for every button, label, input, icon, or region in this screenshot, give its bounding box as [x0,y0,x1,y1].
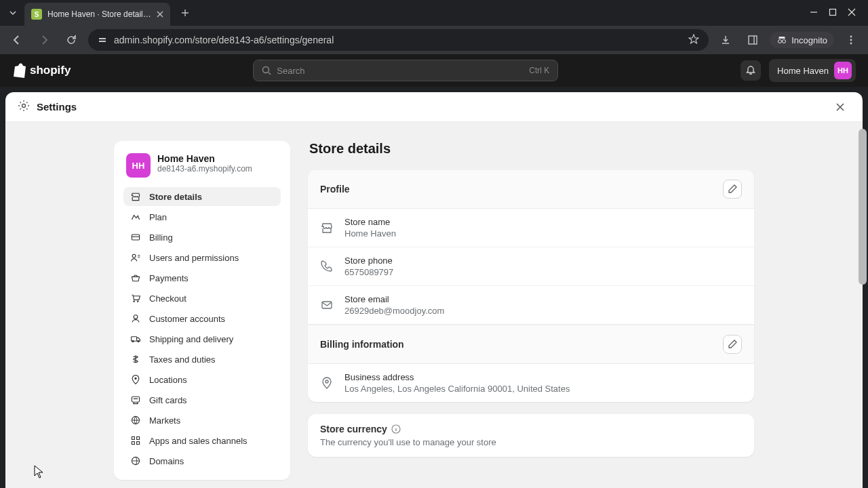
brand-text: shopify [30,64,71,77]
sidebar-item-label: Apps and sales channels [149,436,248,446]
sidebar-item-label: Users and permissions [149,253,239,263]
close-window-icon[interactable] [848,7,856,19]
nav-icon [130,232,141,243]
store-header: HH Home Haven de8143-a6.myshopify.com [123,150,281,187]
sidebar-item-markets[interactable]: Markets [123,411,281,430]
store-email-value: 26929deb@moodjoy.com [344,306,444,316]
edit-billing-button[interactable] [723,335,742,354]
download-icon[interactable] [715,30,736,50]
nav-icon [130,455,141,466]
svg-point-19 [134,378,136,380]
sidebar-item-customer-accounts[interactable]: Customer accounts [123,309,281,328]
minimize-icon[interactable] [810,7,818,19]
notifications-button[interactable] [741,60,761,81]
nav-icon [130,354,141,365]
window-controls [810,7,864,19]
tab-bar: S Home Haven · Store details · Sh [0,0,868,26]
store-avatar: HH [126,153,151,178]
address-value: Los Angeles, Los Angeles California 9000… [344,384,570,394]
sidebar-item-checkout[interactable]: Checkout [123,289,281,308]
settings-close-button[interactable] [830,97,850,117]
scrollbar-thumb[interactable] [859,129,867,285]
forward-button[interactable] [34,30,54,50]
profile-heading: Profile [320,184,350,195]
edit-profile-button[interactable] [723,180,742,199]
svg-rect-3 [749,36,757,44]
sidebar-item-label: Gift cards [149,395,187,405]
search-shortcut: Ctrl K [529,66,549,75]
settings-body: HH Home Haven de8143-a6.myshopify.com St… [5,122,863,488]
tab-title: Home Haven · Store details · Sh [47,9,151,19]
sidebar-item-plan[interactable]: Plan [123,207,281,226]
store-email-label: Store email [344,294,444,304]
svg-rect-22 [132,436,134,439]
sidebar-item-billing[interactable]: Billing [123,228,281,247]
nav-icon [130,313,141,324]
store-icon [320,221,334,235]
svg-rect-12 [132,235,139,240]
incognito-icon [776,35,787,45]
incognito-badge[interactable]: Incognito [770,32,834,48]
back-button[interactable] [7,30,27,50]
svg-rect-25 [137,442,140,445]
star-icon[interactable] [688,34,699,47]
svg-point-5 [778,40,782,43]
settings-nav: Store detailsPlanBillingUsers and permis… [123,187,281,470]
svg-point-9 [850,43,852,45]
sidepanel-icon[interactable] [743,30,763,50]
store-name-value: Home Haven [344,228,396,239]
store-name-row: Store name Home Haven [308,209,754,247]
sidebar-item-domains[interactable]: Domains [123,451,281,470]
close-icon [835,102,845,112]
svg-point-8 [850,39,852,41]
tab-dropdown-icon[interactable] [4,4,22,22]
settings-modal-header: Settings [5,92,863,122]
svg-point-7 [850,36,852,38]
sidebar-item-locations[interactable]: Locations [123,370,281,389]
url-input[interactable]: admin.shopify.com/store/de8143-a6/settin… [88,29,709,51]
svg-point-15 [133,301,134,302]
svg-point-14 [132,254,136,258]
svg-point-28 [326,380,328,383]
site-settings-icon[interactable] [98,35,107,45]
shopify-bag-icon [12,63,26,78]
sidebar-item-shipping-and-delivery[interactable]: Shipping and delivery [123,329,281,348]
sidebar-item-payments[interactable]: Payments [123,268,281,287]
search-input[interactable]: Search Ctrl K [253,60,558,81]
svg-rect-23 [137,436,140,439]
nav-icon [130,272,141,283]
svg-rect-20 [132,396,139,402]
svg-rect-0 [830,9,836,16]
address-bar: admin.shopify.com/store/de8143-a6/settin… [0,26,868,54]
sidebar-item-label: Plan [149,212,167,222]
avatar: HH [834,62,852,79]
reload-button[interactable] [61,30,81,50]
tab-close-icon[interactable] [157,8,163,20]
menu-dots-icon[interactable] [841,30,861,50]
shopify-app-bar: shopify Search Ctrl K Home Haven HH [0,54,868,87]
sidebar-item-apps-and-sales-channels[interactable]: Apps and sales channels [123,431,281,450]
bell-icon [745,65,756,76]
new-tab-button[interactable] [176,3,195,22]
svg-point-16 [137,301,138,302]
nav-icon [130,333,141,344]
currency-sub: The currency you'll use to manage your s… [320,437,742,447]
sidebar-item-label: Locations [149,375,187,385]
pencil-icon [728,340,737,349]
billing-card-header: Billing information [308,325,754,364]
sidebar-item-label: Billing [149,232,173,243]
shopify-logo[interactable]: shopify [12,63,71,78]
svg-rect-1 [99,38,106,39]
sidebar-item-gift-cards[interactable]: Gift cards [123,390,281,409]
sidebar-item-store-details[interactable]: Store details [123,187,281,206]
sidebar-item-taxes-and-duties[interactable]: Taxes and duties [123,350,281,369]
browser-tab[interactable]: S Home Haven · Store details · Sh [24,3,170,26]
sidebar-item-label: Taxes and duties [149,354,216,365]
business-address-row: Business address Los Angeles, Los Angele… [308,364,754,402]
info-icon[interactable] [391,424,401,434]
store-menu[interactable]: Home Haven HH [769,59,856,82]
nav-icon [130,374,141,385]
maximize-icon[interactable] [829,7,837,19]
svg-rect-27 [322,302,332,308]
sidebar-item-users-and-permissions[interactable]: Users and permissions [123,248,281,267]
